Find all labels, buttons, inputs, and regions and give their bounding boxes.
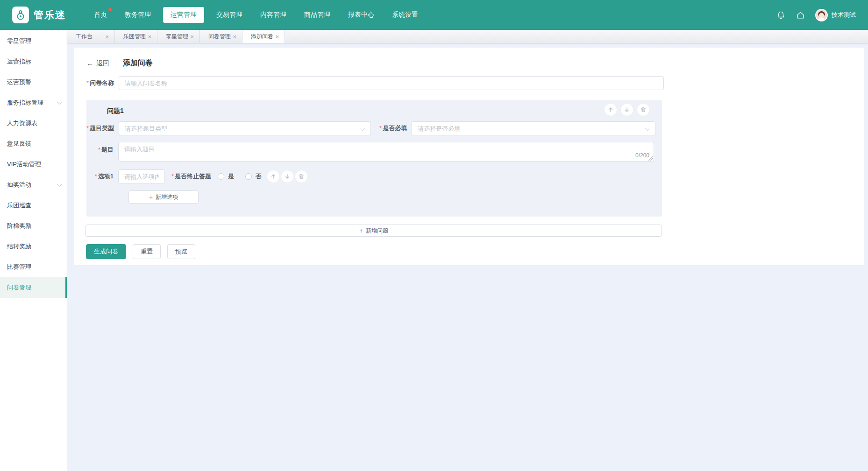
tab-yuetuan[interactable]: 乐团管理× (115, 30, 157, 43)
tab-workbench[interactable]: 工作台× (67, 30, 115, 43)
close-icon[interactable]: × (189, 34, 195, 40)
menu-item-academic[interactable]: 教务管理 (119, 7, 157, 23)
close-icon[interactable]: × (104, 34, 110, 40)
delete-question-button[interactable] (637, 104, 649, 116)
terminate-yes-radio[interactable]: 是 (218, 172, 234, 181)
page-title: 添加问卷 (123, 58, 153, 68)
plus-icon: + (359, 227, 363, 234)
page-header: ← 返回 添加问卷 (86, 58, 864, 68)
page-content: ← 返回 添加问卷 *问卷名称 问题1 (67, 43, 868, 471)
chevron-down-icon (57, 99, 62, 104)
option-delete-button[interactable] (295, 170, 307, 183)
radio-icon (245, 173, 252, 180)
menu-item-home[interactable]: 首页 (88, 7, 113, 23)
close-icon[interactable]: × (232, 34, 237, 40)
reset-button[interactable]: 重置 (133, 244, 161, 259)
required-asterisk: * (86, 125, 89, 132)
char-counter: 0/200 (633, 152, 649, 159)
question-stem-row: *题目 0/200 (86, 142, 662, 162)
option-content-input[interactable] (118, 169, 165, 183)
open-tabs-bar: 工作台× 乐团管理× 零星管理× 问卷管理× 添加问卷× (67, 30, 868, 43)
sidebar-item-choujiang[interactable]: 抽奖活动 (0, 175, 67, 195)
menu-item-content[interactable]: 内容管理 (255, 7, 292, 23)
terminate-label: *是否终止答题 (171, 172, 211, 181)
option-move-down-button[interactable] (281, 170, 293, 183)
sidebar-item-vip[interactable]: VIP活动管理 (0, 154, 67, 175)
chevron-down-icon (57, 182, 62, 186)
sidebar-item-yunying-zhibiao[interactable]: 运营指标 (0, 51, 67, 72)
menu-item-goods[interactable]: 商品管理 (299, 7, 336, 23)
required-asterisk: * (95, 173, 97, 180)
close-icon[interactable]: × (147, 34, 152, 40)
option-move-up-button[interactable] (267, 170, 279, 183)
menu-item-system[interactable]: 系统设置 (386, 7, 424, 23)
main-menu: 首页 教务管理 运营管理 交易管理 内容管理 商品管理 报表中心 系统设置 (88, 7, 424, 23)
question-stem-textarea[interactable] (118, 142, 654, 162)
user-menu[interactable]: 技术测试 (815, 9, 856, 21)
navbar-right: 技术测试 (776, 9, 856, 21)
question-actions (605, 104, 649, 116)
add-question-button[interactable]: + 新增问题 (85, 225, 662, 237)
preview-button[interactable]: 预览 (167, 244, 195, 259)
question-stem-label: *题目 (86, 146, 114, 154)
question-required-select[interactable] (412, 121, 655, 135)
divider (116, 60, 116, 67)
question-type-label: *题目类型 (86, 124, 114, 133)
option-actions (267, 170, 307, 183)
tab-lingxing[interactable]: 零星管理× (157, 30, 200, 43)
required-asterisk: * (98, 146, 100, 153)
question-card: 问题1 (86, 100, 662, 217)
generate-questionnaire-button[interactable]: 生成问卷 (86, 244, 126, 259)
question-type-select[interactable] (119, 121, 371, 135)
question-title: 问题1 (107, 107, 124, 115)
app-logo[interactable]: 管乐迷 (12, 7, 66, 23)
close-icon[interactable]: × (274, 34, 280, 40)
sidebar-item-lingxing[interactable]: 零星管理 (0, 31, 67, 51)
top-navbar: 管乐迷 首页 教务管理 运营管理 交易管理 内容管理 商品管理 报表中心 系统设… (0, 0, 868, 30)
main-area: 工作台× 乐团管理× 零星管理× 问卷管理× 添加问卷× ← 返回 (67, 30, 868, 471)
add-option-button[interactable]: + 新增选项 (128, 190, 199, 204)
terminate-no-radio[interactable]: 否 (245, 172, 262, 181)
add-option-row: + 新增选项 (86, 190, 662, 204)
logo-icon (12, 7, 29, 23)
app-body: 零星管理 运营指标 运营预警 服务指标管理 人力资源表 意见反馈 VIP活动管理… (0, 30, 868, 471)
form-panel: ← 返回 添加问卷 *问卷名称 问题1 (74, 48, 864, 265)
sidebar-item-bisai[interactable]: 比赛管理 (0, 257, 67, 277)
required-asterisk: * (379, 125, 382, 132)
option-row: *选项1 *是否终止答题 是 (86, 169, 662, 183)
tab-add-questionnaire[interactable]: 添加问卷× (242, 30, 285, 43)
resize-handle-icon[interactable] (648, 156, 653, 161)
option-label: *选项1 (86, 172, 114, 181)
menu-item-report[interactable]: 报表中心 (342, 7, 380, 23)
questionnaire-name-row: *问卷名称 (86, 76, 864, 90)
app-title: 管乐迷 (34, 8, 66, 21)
username: 技术测试 (832, 11, 856, 19)
sidebar-item-jiezhuan[interactable]: 结转奖励 (0, 236, 67, 257)
sidebar-item-renli[interactable]: 人力资源表 (0, 113, 67, 134)
question-type-row: *题目类型 *是否必填 (86, 121, 662, 135)
sidebar-item-fuwu-zhibiao[interactable]: 服务指标管理 (0, 92, 67, 113)
home-icon[interactable] (796, 10, 805, 20)
bell-icon[interactable] (776, 10, 785, 20)
questionnaire-name-input[interactable] (119, 76, 664, 90)
question-required-label: *是否必填 (379, 124, 407, 133)
form-footer: 生成问卷 重置 预览 (86, 244, 864, 259)
sidebar-item-yunying-yujing[interactable]: 运营预警 (0, 72, 67, 92)
move-up-button[interactable] (605, 104, 617, 116)
back-button[interactable]: 返回 (96, 59, 109, 68)
back-arrow-icon[interactable]: ← (86, 59, 93, 67)
sidebar: 零星管理 运营指标 运营预警 服务指标管理 人力资源表 意见反馈 VIP活动管理… (0, 30, 67, 471)
menu-item-trade[interactable]: 交易管理 (211, 7, 248, 23)
move-down-button[interactable] (621, 104, 633, 116)
sidebar-item-wenjuan[interactable]: 问卷管理 (0, 277, 67, 298)
avatar (815, 9, 828, 21)
sidebar-item-jieti[interactable]: 阶梯奖励 (0, 216, 67, 236)
questionnaire-name-label: *问卷名称 (86, 79, 114, 87)
sidebar-item-yijian[interactable]: 意见反馈 (0, 134, 67, 154)
question-required-select-input[interactable] (412, 121, 655, 135)
tab-wenjuan[interactable]: 问卷管理× (200, 30, 242, 43)
question-type-select-input[interactable] (119, 121, 371, 135)
menu-item-operation[interactable]: 运营管理 (163, 7, 204, 23)
sidebar-item-xun[interactable]: 乐团巡查 (0, 195, 67, 216)
radio-icon (218, 173, 224, 180)
